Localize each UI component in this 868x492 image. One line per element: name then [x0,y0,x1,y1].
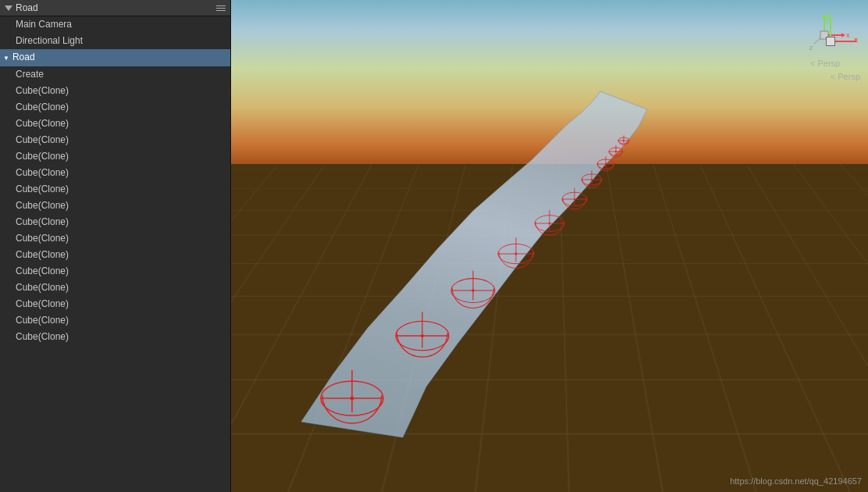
y-axis-label: y [825,14,830,23]
x-axis-label: x [854,36,858,44]
sidebar-item-11[interactable]: Cube(Clone) [0,198,230,214]
perspective-label: < Persp [799,72,862,81]
sidebar-item-2[interactable]: ▼Road [0,49,230,66]
road-scene-canvas [231,0,868,492]
sidebar-item-0[interactable]: Main Camera [0,16,230,33]
scene-viewport[interactable]: y x < Persp https://blog.csdn.net/qq_421… [231,0,868,492]
sidebar-item-9[interactable]: Cube(Clone) [0,165,230,181]
scene-gizmo: y x < Persp [799,6,862,92]
sidebar-title-text: Road [16,2,38,13]
sidebar-item-8[interactable]: Cube(Clone) [0,148,230,165]
sidebar-item-6[interactable]: Cube(Clone) [0,116,230,132]
sidebar-item-1[interactable]: Directional Light [0,33,230,49]
sidebar-item-3[interactable]: Create [0,66,230,83]
sidebar-item-13[interactable]: Cube(Clone) [0,230,230,247]
gizmo-center [826,37,835,46]
scene-hierarchy-panel: Road Main CameraDirectional Light▼RoadCr… [0,0,231,492]
sidebar-item-14[interactable]: Cube(Clone) [0,247,230,263]
sidebar-item-4[interactable]: Cube(Clone) [0,83,230,99]
sidebar-menu-icon[interactable] [216,5,226,11]
watermark: https://blog.csdn.net/qq_42194657 [730,476,862,486]
sidebar-item-7[interactable]: Cube(Clone) [0,132,230,148]
sidebar-header: Road [0,0,230,16]
sidebar-item-15[interactable]: Cube(Clone) [0,263,230,280]
sidebar-item-10[interactable]: Cube(Clone) [0,181,230,198]
sidebar-item-16[interactable]: Cube(Clone) [0,280,230,296]
sidebar-item-18[interactable]: Cube(Clone) [0,312,230,329]
sidebar-items-container: Main CameraDirectional Light▼RoadCreateC… [0,16,230,345]
sidebar-item-19[interactable]: Cube(Clone) [0,329,230,345]
sidebar-item-12[interactable]: Cube(Clone) [0,214,230,230]
expand-icon [5,5,12,11]
sidebar-title: Road [5,2,38,13]
x-axis-line [833,41,856,42]
sidebar-item-17[interactable]: Cube(Clone) [0,296,230,312]
sidebar-item-5[interactable]: Cube(Clone) [0,99,230,116]
gizmo-axes: y x [803,14,858,69]
